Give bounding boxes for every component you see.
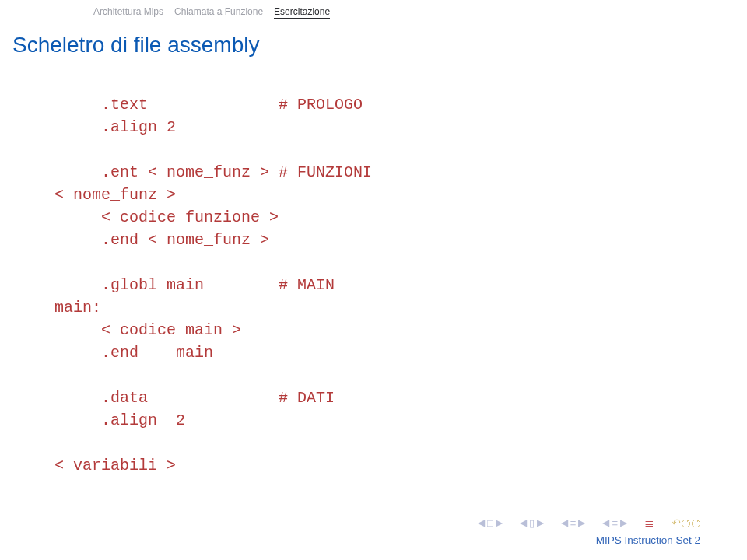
- page-title: Scheletro di file assembly: [12, 33, 259, 58]
- code-line: .text # PROLOGO: [54, 96, 363, 114]
- code-line: .data # DATI: [54, 389, 335, 407]
- nav-prev[interactable]: ◀ ▯ ▶: [520, 517, 544, 529]
- box-icon: □: [487, 517, 493, 529]
- chevron-right-icon: ▶: [537, 517, 544, 528]
- code-line: .ent < nome_funz > # FUNZIONI: [54, 163, 372, 181]
- chevron-right-icon: ▶: [620, 517, 627, 528]
- chevron-right-icon: ▶: [496, 517, 503, 528]
- code-line: .end < nome_funz >: [54, 231, 269, 249]
- nav-undo[interactable]: ↶⭯⭯: [672, 516, 700, 529]
- code-line: .align 2: [54, 411, 185, 429]
- code-line: < codice funzione >: [54, 208, 279, 226]
- chevron-left-icon: ◀: [520, 517, 527, 528]
- code-line: .end main: [54, 344, 213, 362]
- stack-icon: ▯: [529, 517, 535, 529]
- chevron-left-icon: ◀: [478, 517, 485, 528]
- code-line: main:: [54, 299, 101, 317]
- breadcrumb-item-esercitazione[interactable]: Esercitazione: [274, 6, 330, 19]
- breadcrumb: Architettura Mips Chiamata a Funzione Es…: [0, 6, 747, 19]
- breadcrumb-item-funzione[interactable]: Chiamata a Funzione: [174, 6, 263, 19]
- footer-title: MIPS Instruction Set 2: [596, 534, 700, 546]
- nav-subsection-prev[interactable]: ◀ ≡ ▶: [561, 517, 586, 529]
- nav-outline[interactable]: ≣: [644, 516, 654, 530]
- slide-nav-bar: ◀ □ ▶ ◀ ▯ ▶ ◀ ≡ ▶ ◀ ≡ ▶ ≣ ↶⭯⭯: [478, 516, 700, 530]
- breadcrumb-item-arch[interactable]: Architettura Mips: [93, 6, 163, 19]
- redo-circle-icon: ⭯: [680, 516, 690, 529]
- chevron-left-icon: ◀: [561, 517, 568, 528]
- code-line: < codice main >: [54, 321, 241, 339]
- code-line: .align 2: [54, 118, 176, 136]
- nav-subsection-next[interactable]: ◀ ≡ ▶: [602, 517, 627, 529]
- redo-circle-icon: ⭯: [690, 516, 700, 529]
- chevron-left-icon: ◀: [602, 517, 609, 528]
- footer: ◀ □ ▶ ◀ ▯ ▶ ◀ ≡ ▶ ◀ ≡ ▶ ≣ ↶⭯⭯ MIPS Instr…: [478, 516, 700, 546]
- nav-first[interactable]: ◀ □ ▶: [478, 517, 503, 529]
- chevron-right-icon: ▶: [578, 517, 585, 528]
- code-line: < nome_funz >: [54, 186, 176, 204]
- lines-icon: ≡: [570, 517, 577, 529]
- code-line: .globl main # MAIN: [54, 276, 335, 294]
- undo-icon: ↶: [672, 516, 680, 529]
- code-block: .text # PROLOGO .align 2 .ent < nome_fun…: [54, 93, 372, 477]
- code-line: < variabili >: [54, 457, 176, 474]
- lines-icon: ≡: [612, 517, 618, 529]
